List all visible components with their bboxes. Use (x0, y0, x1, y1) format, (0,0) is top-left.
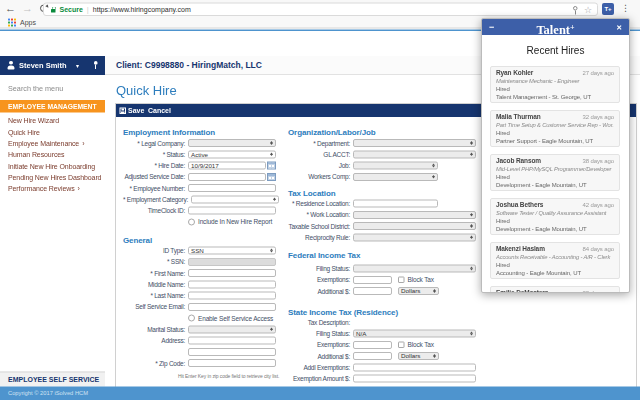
sidebar-item-quick-hire[interactable]: Quick Hire (0, 126, 105, 137)
forward-icon[interactable]: → (22, 2, 33, 15)
block-tax-checkbox[interactable] (398, 342, 405, 349)
close-button[interactable]: ✕ (616, 19, 622, 35)
apps-label[interactable]: Apps (20, 18, 36, 26)
marital-status-select[interactable] (188, 325, 276, 333)
form-row: GL ACCT: (288, 150, 488, 158)
hire-days-ago: 32 days ago (582, 114, 614, 121)
sidebar-item-employee-maintenance[interactable]: Employee Maintenance› (0, 138, 105, 149)
sidebar-menu: New Hire WizardQuick HireEmployee Mainte… (0, 115, 105, 194)
section-title: Organization/Labor/Job (288, 128, 488, 137)
block-tax-checkbox[interactable] (398, 277, 405, 284)
dollars-select[interactable]: Dollars (398, 352, 439, 360)
workers-comp-select[interactable] (353, 173, 438, 181)
sidebar-item-human-resources[interactable]: Human Resources (0, 149, 105, 160)
pin-icon[interactable] (93, 61, 99, 70)
timeclock-id-input[interactable] (188, 207, 276, 215)
select-value: N/A (356, 330, 366, 337)
taxable-school-district-select[interactable] (353, 222, 476, 230)
employee-number-input[interactable] (188, 184, 276, 192)
work-location-select[interactable] (353, 211, 476, 219)
sidebar-section-employee-management[interactable]: EMPLOYEE MANAGEMENT (0, 100, 105, 113)
status-select[interactable]: Active (188, 150, 276, 158)
ssn-input[interactable] (188, 258, 276, 266)
additional-input[interactable] (353, 287, 392, 295)
address-input[interactable] (188, 337, 276, 345)
addl-exemptions-input[interactable] (353, 363, 476, 371)
exemptions-input[interactable] (353, 276, 392, 284)
hire-card[interactable]: Jacob Ransom38 days agoMid-Level PHP/MyS… (490, 154, 620, 191)
department-select[interactable] (353, 139, 476, 147)
hire-status: Hired (496, 173, 614, 181)
sidebar-item-performance-reviews[interactable]: Performance Reviews› (0, 183, 105, 194)
back-icon[interactable]: ← (5, 2, 16, 15)
cancel-button[interactable]: Cancel (148, 104, 171, 117)
hire-job-title: Maintenance Mechanic - Engineer (496, 77, 614, 85)
address-bar[interactable]: Secure | https://www.hiringcompany.com ☆ (43, 3, 598, 17)
sidebar-username[interactable]: Steven Smith (19, 56, 67, 75)
form-section: State Income Tax (Residence)Tax Descript… (288, 307, 488, 382)
secure-label: Secure (60, 5, 83, 13)
filing-status-select[interactable]: N/A (353, 330, 476, 338)
apps-grid-icon[interactable] (8, 19, 16, 27)
adjusted-service-date-input[interactable] (188, 173, 266, 181)
legal-company-select[interactable] (188, 139, 276, 147)
include-in-new-hire-report-radio[interactable] (188, 218, 195, 225)
field-label (123, 218, 188, 226)
form-row: Include In New Hire Report (123, 218, 288, 226)
section-title: Federal Income Tax (288, 251, 488, 260)
exemptions-input[interactable] (353, 341, 392, 349)
field-label: Exemptions: (288, 341, 353, 349)
last-name-input[interactable] (188, 292, 276, 300)
section-title: General (123, 236, 288, 245)
hire-card[interactable]: Joshua Bethers42 days agoSoftware Tester… (490, 198, 620, 235)
sidebar-item-label: Human Resources (8, 151, 64, 159)
hire-name: Jacob Ransom (496, 157, 541, 165)
self-service-email-input[interactable] (188, 303, 276, 311)
dollars-select[interactable]: Dollars (398, 287, 439, 295)
field-label: * Employee Number: (123, 184, 188, 192)
form-row: Hit Enter Key in zip code field to retri… (123, 370, 288, 378)
residence-location-input[interactable] (353, 200, 438, 208)
bookmark-star-icon[interactable]: ☆ (584, 5, 592, 14)
hire-card[interactable]: Makenzi Haslam84 days agoAccounts Receiv… (490, 242, 620, 279)
hire-location: Development - Eagle Mountain, UT (496, 225, 614, 233)
reciprocity-rule-select[interactable] (353, 233, 476, 241)
job-select[interactable] (353, 162, 438, 170)
employment-category-select[interactable] (191, 195, 279, 203)
sidebar-user-header[interactable]: Steven Smith ▾ (0, 56, 105, 75)
select-value: Active (191, 151, 208, 158)
gl-acct-select[interactable] (353, 150, 476, 158)
hire-location: Accounting - Eagle Mountain, UT (496, 269, 614, 277)
sidebar-item-initiate-new-hire-onboarding[interactable]: Initiate New Hire Onboarding (0, 160, 105, 171)
sidebar-section-employee-self-service[interactable]: EMPLOYEE SELF SERVICE (0, 372, 105, 387)
id-type-select[interactable]: SSN (188, 247, 276, 255)
talent-extension-icon[interactable]: T+ (602, 3, 614, 15)
hire-job-title: Mid-Level PHP/MySQL Programmer/Developer (496, 165, 614, 173)
sidebar-item-pending-new-hires-dashboard[interactable]: Pending New Hires Dashboard (0, 172, 105, 183)
middle-name-input[interactable] (188, 280, 276, 288)
hire-date-input[interactable]: 10/9/2017 (188, 162, 266, 170)
additional-input[interactable] (353, 352, 392, 360)
field-input[interactable] (188, 348, 276, 356)
sidebar-item-new-hire-wizard[interactable]: New Hire Wizard (0, 115, 105, 126)
first-name-input[interactable] (188, 269, 276, 277)
zip-code-input[interactable] (188, 359, 276, 367)
hire-name: Malia Thurman (496, 113, 541, 121)
browser-menu-icon[interactable]: ⋮ (621, 3, 630, 14)
key-icon[interactable] (573, 6, 578, 11)
enable-self-service-access-radio[interactable] (188, 315, 195, 322)
url-text: https://www.hiringcompany.com (93, 5, 191, 13)
filing-status-select[interactable] (353, 265, 476, 273)
form-row: Tax Description: (288, 318, 488, 326)
sidebar-search[interactable]: Search the menu (0, 75, 105, 99)
hire-card[interactable]: Malia Thurman32 days agoPart Time Setup … (490, 110, 620, 147)
save-button[interactable]: Save (128, 104, 144, 117)
sidebar-item-label: Pending New Hires Dashboard (8, 173, 101, 181)
section-title: Employment Information (123, 128, 288, 137)
hire-card[interactable]: Ryan Kohler27 days agoMaintenance Mechan… (490, 66, 620, 103)
exemption-amount-input[interactable] (353, 375, 476, 383)
calendar-icon[interactable] (267, 162, 276, 170)
hire-card[interactable]: Emilie DeMasters88 days ago (490, 286, 620, 293)
calendar-icon[interactable] (267, 173, 276, 181)
chevron-right-icon: › (82, 139, 84, 147)
